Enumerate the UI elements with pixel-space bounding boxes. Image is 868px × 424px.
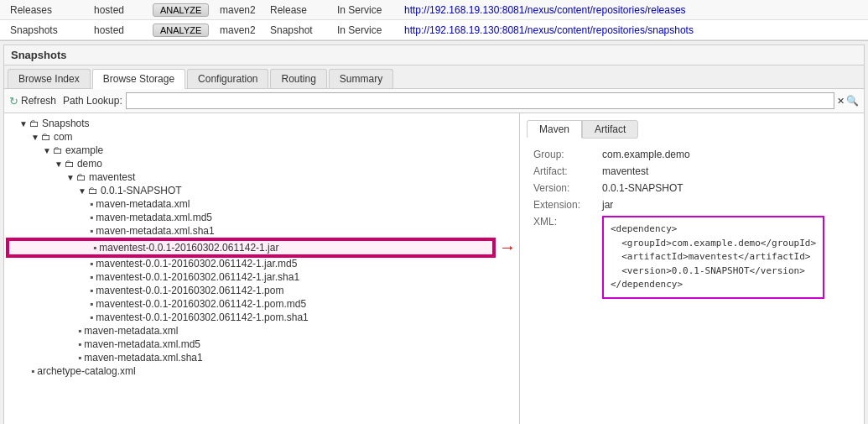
tree-item-maven-metadata-sha1-2[interactable]: ▪ maven-metadata.xml.sha1 [8, 351, 516, 364]
field-value-xml: <dependency> <groupId>com.example.demo</… [597, 214, 855, 301]
detail-tab-artifact[interactable]: Artifact [582, 120, 638, 139]
search-icon[interactable]: 🔍 [846, 95, 859, 107]
tab-browse-storage[interactable]: Browse Storage [92, 69, 185, 89]
detail-field-version: Version: 0.0.1-SNAPSHOT [528, 181, 855, 196]
folder-icon-com: 🗀 [41, 131, 51, 143]
file-icon-pom-md5: ▪ [90, 298, 93, 310]
tree-label-maven-metadata-xml-1: maven-metadata.xml [96, 198, 190, 210]
tree-label-jar: maventest-0.0.1-20160302.061142-1.jar [99, 242, 278, 254]
file-icon-jar-md5: ▪ [90, 258, 93, 270]
panel-title: Snapshots [4, 45, 864, 65]
repo-type-snapshots: Snapshot [265, 24, 332, 36]
path-lookup-label: Path Lookup: [63, 95, 122, 107]
folder-icon-example: 🗀 [53, 144, 63, 156]
tree-item-snapshots[interactable]: ▼ 🗀 Snapshots [8, 117, 516, 130]
tree-item-jar-md5[interactable]: ▪ maventest-0.0.1-20160302.061142-1.jar.… [8, 257, 516, 270]
tree-label-example: example [65, 144, 103, 156]
collapse-icon-com: ▼ [31, 133, 39, 142]
repo-url-releases[interactable]: http://192.168.19.130:8081/nexus/content… [399, 4, 863, 16]
collapse-icon-maventest: ▼ [66, 173, 75, 182]
tree-label-maven-metadata-xml-md5-1: maven-metadata.xml.md5 [96, 212, 212, 223]
repo-hosted-releases: hosted [89, 4, 148, 16]
tree-item-maven-metadata-xml-sha1-1[interactable]: ▪ maven-metadata.xml.sha1 [8, 224, 516, 238]
repo-status-releases: In Service [332, 4, 399, 16]
repo-url-snapshots[interactable]: http://192.168.19.130:8081/nexus/content… [399, 24, 863, 36]
tree-label-demo: demo [77, 158, 102, 170]
field-value-artifact: maventest [597, 164, 855, 179]
tree-item-snapshot-folder[interactable]: ▼ 🗀 0.0.1-SNAPSHOT [8, 184, 516, 197]
tree-item-archetype-catalog[interactable]: ▪ archetype-catalog.xml [8, 364, 516, 378]
collapse-icon-example: ▼ [43, 146, 51, 155]
detail-tabs: Maven Artifact [527, 120, 857, 139]
tree-item-maven-metadata-xml-md5-1[interactable]: ▪ maven-metadata.xml.md5 [8, 211, 516, 224]
tree-item-maven-metadata-2[interactable]: ▪ maven-metadata.xml [8, 324, 516, 338]
toolbar: ↻ Refresh Path Lookup: ✕ 🔍 [4, 89, 864, 113]
tree-label-pom: maventest-0.0.1-20160302.061142-1.pom [96, 285, 283, 296]
tree-item-pom[interactable]: ▪ maventest-0.0.1-20160302.061142-1.pom [8, 284, 516, 297]
tree-item-maven-metadata-xml-1[interactable]: ▪ maven-metadata.xml [8, 197, 516, 211]
collapse-icon: ▼ [19, 119, 28, 128]
tree-label-jar-md5: maventest-0.0.1-20160302.061142-1.jar.md… [96, 258, 297, 270]
tree-label-pom-md5: maventest-0.0.1-20160302.061142-1.pom.md… [96, 298, 306, 310]
repo-name-snapshots: Snapshots [5, 24, 89, 36]
refresh-button[interactable]: ↻ Refresh [9, 95, 56, 107]
tree-label-snapshots: Snapshots [42, 118, 90, 129]
detail-field-group: Group: com.example.demo [528, 147, 855, 162]
file-icon-1: ▪ [90, 198, 93, 210]
content-area: ▼ 🗀 Snapshots ▼ 🗀 com ▼ 🗀 example ▼ [4, 113, 864, 424]
file-icon-mm2-md5: ▪ [78, 338, 81, 350]
detail-tab-maven[interactable]: Maven [527, 120, 582, 139]
file-icon-jar-sha1: ▪ [90, 271, 93, 283]
folder-icon-snapshots: 🗀 [29, 118, 39, 129]
field-key-xml: XML: [528, 214, 595, 301]
tree-label-pom-sha1: maventest-0.0.1-20160302.061142-1.pom.sh… [96, 311, 309, 323]
tree-item-jar-file[interactable]: ▪ maventest-0.0.1-20160302.061142-1.jar [8, 239, 494, 256]
tree-label-maven-metadata-xml-sha1-1: maven-metadata.xml.sha1 [96, 225, 214, 237]
tree-item-jar-sha1[interactable]: ▪ maventest-0.0.1-20160302.061142-1.jar.… [8, 270, 516, 284]
field-key-artifact: Artifact: [528, 164, 595, 179]
field-key-group: Group: [528, 147, 595, 162]
field-value-extension: jar [597, 197, 855, 212]
tree-item-maven-metadata-md5-2[interactable]: ▪ maven-metadata.xml.md5 [8, 338, 516, 351]
tree-item-maventest[interactable]: ▼ 🗀 maventest [8, 170, 516, 184]
analyze-col-snapshots[interactable]: ANALYZE [148, 24, 215, 37]
tree-panel: ▼ 🗀 Snapshots ▼ 🗀 com ▼ 🗀 example ▼ [4, 113, 520, 424]
analyze-col-releases[interactable]: ANALYZE [148, 3, 215, 17]
repo-name-releases: Releases [5, 4, 89, 16]
tree-label-maven-metadata-sha1-2: maven-metadata.xml.sha1 [84, 352, 202, 364]
tree-label-maven-metadata-md5-2: maven-metadata.xml.md5 [84, 338, 200, 350]
tree-label-maventest: maventest [89, 171, 135, 183]
xml-content-box: <dependency> <groupId>com.example.demo</… [602, 216, 824, 299]
file-icon-3: ▪ [90, 225, 93, 237]
tree-item-pom-sha1[interactable]: ▪ maventest-0.0.1-20160302.061142-1.pom.… [8, 311, 516, 324]
tab-summary[interactable]: Summary [329, 69, 393, 88]
repo-row-releases: Releases hosted ANALYZE maven2 Release I… [0, 0, 868, 20]
analyze-button-snapshots[interactable]: ANALYZE [153, 24, 209, 37]
tab-routing[interactable]: Routing [270, 69, 326, 88]
repo-hosted-snapshots: hosted [89, 24, 148, 36]
tree-item-pom-md5[interactable]: ▪ maventest-0.0.1-20160302.061142-1.pom.… [8, 297, 516, 311]
repo-format-releases: maven2 [215, 4, 265, 16]
tab-browse-index[interactable]: Browse Index [8, 69, 91, 88]
analyze-button-releases[interactable]: ANALYZE [153, 3, 209, 17]
file-icon-pom: ▪ [90, 285, 93, 296]
file-icon-2: ▪ [90, 212, 93, 223]
tree-item-demo[interactable]: ▼ 🗀 demo [8, 157, 516, 170]
tab-configuration[interactable]: Configuration [187, 69, 268, 88]
detail-fields-table: Group: com.example.demo Artifact: mavent… [527, 145, 857, 302]
detail-field-artifact: Artifact: maventest [528, 164, 855, 179]
tree-item-example[interactable]: ▼ 🗀 example [8, 144, 516, 157]
folder-icon-maventest: 🗀 [76, 171, 86, 183]
repo-status-snapshots: In Service [332, 24, 399, 36]
tree-item-com[interactable]: ▼ 🗀 com [8, 130, 516, 144]
clear-icon[interactable]: ✕ [837, 96, 845, 107]
field-key-version: Version: [528, 181, 595, 196]
refresh-icon: ↻ [9, 95, 18, 107]
path-lookup-input[interactable] [126, 92, 834, 109]
tree-label-archetype-catalog: archetype-catalog.xml [37, 365, 135, 377]
tabs-bar: Browse Index Browse Storage Configuratio… [4, 65, 864, 89]
tree-label-maven-metadata-2: maven-metadata.xml [84, 325, 178, 337]
field-value-group: com.example.demo [597, 147, 855, 162]
repository-table: Releases hosted ANALYZE maven2 Release I… [0, 0, 868, 41]
file-icon-pom-sha1: ▪ [90, 311, 93, 323]
